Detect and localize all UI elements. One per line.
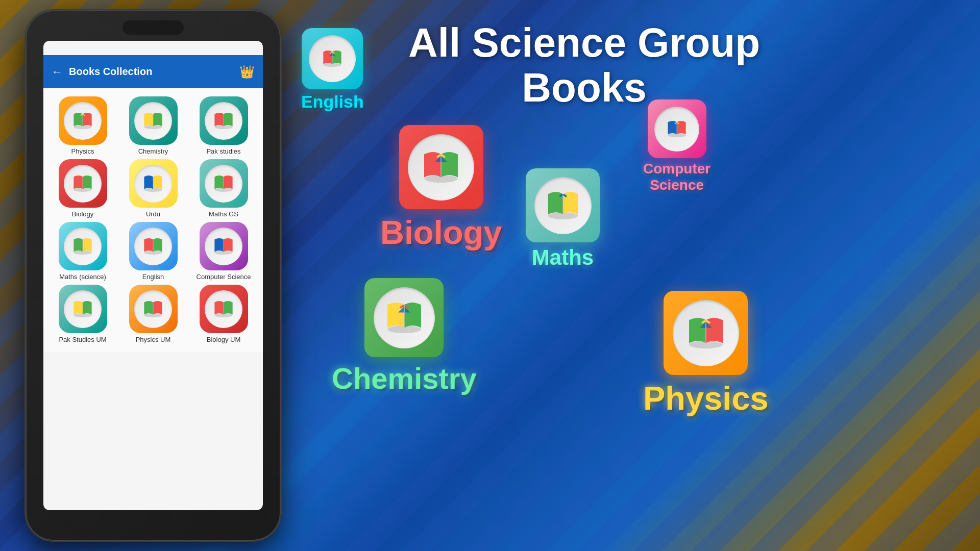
- physics-icon: [664, 291, 748, 375]
- float-item-maths[interactable]: Maths: [526, 168, 600, 270]
- grid-item-pak-studies-um[interactable]: Pak Studies UM: [50, 285, 116, 343]
- back-button[interactable]: ←: [52, 65, 63, 79]
- grid-icon-maths-science: [59, 222, 107, 270]
- phone-screen: ← Books Collection 👑 Physics: [43, 41, 263, 510]
- english-label: English: [301, 92, 364, 112]
- book-svg-biology: [418, 144, 464, 190]
- book-svg-chemistry: [381, 295, 427, 341]
- grid-icon-physics: [59, 96, 107, 145]
- grid-item-maths-gs[interactable]: Maths GS: [190, 159, 257, 218]
- title-line1: All Science Group: [408, 20, 760, 65]
- book-svg-physics: [683, 310, 729, 356]
- computer-icon: [648, 99, 706, 158]
- grid-icon-maths-gs: [200, 159, 248, 208]
- float-item-english[interactable]: English: [301, 28, 364, 112]
- grid-item-biology[interactable]: Biology: [50, 159, 116, 218]
- biology-icon: [399, 125, 483, 209]
- grid-item-urdu[interactable]: Urdu: [120, 159, 186, 218]
- float-item-biology[interactable]: Biology: [380, 125, 502, 252]
- grid-icon-urdu: [129, 159, 178, 208]
- books-grid: Physics Chemistry: [43, 88, 263, 352]
- screen-title: Books Collection: [69, 66, 233, 78]
- physics-label: Physics: [643, 379, 769, 417]
- grid-item-maths-science[interactable]: Maths (science): [50, 222, 116, 281]
- maths-icon: [526, 168, 600, 242]
- app-header: ← Books Collection 👑: [43, 55, 263, 88]
- grid-icon-pak-studies-um: [59, 285, 107, 333]
- crown-icon[interactable]: 👑: [239, 65, 255, 79]
- grid-item-computer-science[interactable]: Computer Science: [190, 222, 257, 281]
- grid-label-pak-studies-um: Pak Studies UM: [59, 336, 106, 343]
- grid-icon-chemistry: [129, 96, 178, 145]
- english-icon: [302, 28, 363, 89]
- grid-item-pak-studies[interactable]: Pak studies: [190, 96, 257, 155]
- float-item-physics[interactable]: Physics: [643, 291, 769, 417]
- float-item-computer[interactable]: ComputerScience: [643, 99, 710, 193]
- grid-label-physics-um: Physics UM: [136, 336, 171, 343]
- grid-label-computer-science: Computer Science: [197, 273, 251, 281]
- grid-label-maths-gs: Maths GS: [209, 210, 238, 218]
- grid-icon-computer-science: [200, 222, 248, 270]
- maths-label: Maths: [532, 245, 594, 270]
- grid-label-biology: Biology: [72, 210, 94, 218]
- grid-item-physics-um[interactable]: Physics UM: [120, 285, 186, 343]
- grid-icon-biology-um: [200, 285, 248, 333]
- book-svg-maths: [543, 185, 583, 226]
- book-svg-computer: [665, 117, 689, 141]
- main-title: All Science Group Books: [408, 20, 760, 110]
- phone-notch: [122, 20, 184, 35]
- grid-item-biology-um[interactable]: Biology UM: [190, 285, 257, 343]
- phone-frame: ← Books Collection 👑 Physics: [26, 10, 281, 541]
- grid-label-urdu: Urdu: [146, 210, 160, 218]
- grid-icon-pak-studies: [200, 96, 248, 145]
- grid-item-physics[interactable]: Physics: [50, 96, 116, 155]
- grid-label-physics: Physics: [71, 147, 94, 155]
- grid-icon-english: [129, 222, 178, 270]
- grid-icon-physics-um: [129, 285, 178, 333]
- computer-label: ComputerScience: [643, 161, 710, 193]
- grid-label-maths-science: Maths (science): [59, 273, 106, 281]
- chemistry-label: Chemistry: [332, 361, 477, 395]
- grid-item-chemistry[interactable]: Chemistry: [120, 96, 186, 155]
- phone-wrapper: ← Books Collection 👑 Physics: [15, 0, 291, 551]
- grid-label-biology-um: Biology UM: [207, 336, 240, 343]
- grid-label-chemistry: Chemistry: [138, 147, 168, 155]
- chemistry-icon: [364, 278, 444, 357]
- grid-item-english[interactable]: English: [120, 222, 186, 281]
- float-item-chemistry[interactable]: Chemistry: [332, 278, 477, 395]
- biology-label: Biology: [380, 213, 502, 252]
- book-svg-english: [320, 46, 345, 71]
- right-content-area: All Science Group Books English: [286, 0, 980, 551]
- grid-label-english: English: [142, 273, 164, 281]
- grid-icon-biology: [59, 159, 107, 208]
- grid-label-pak-studies: Pak studies: [206, 147, 240, 155]
